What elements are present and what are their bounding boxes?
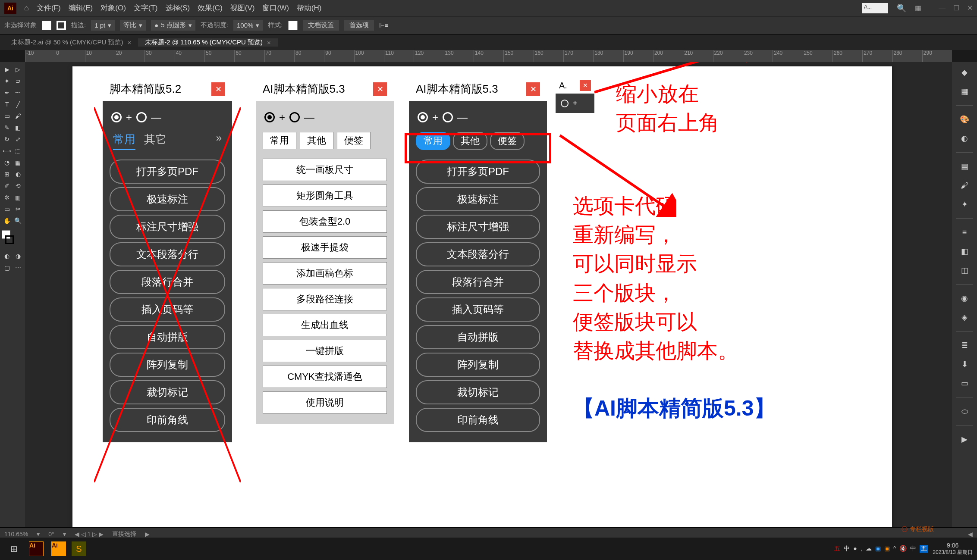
tab-other[interactable]: 其它 [144, 132, 166, 150]
chevron-down-icon[interactable]: ▾ [37, 531, 40, 538]
color-guide-icon[interactable]: ◐ [958, 131, 971, 145]
graph-tool[interactable]: ▥ [13, 192, 24, 203]
radio-selected-icon[interactable] [418, 112, 428, 122]
brush-dropdown[interactable]: ● 5 点圆形 ▾ [151, 20, 195, 31]
screen-mode[interactable]: ▢ [2, 262, 13, 273]
script-button[interactable]: 印前角线 [110, 408, 225, 432]
home-icon[interactable]: ⌂ [24, 3, 29, 13]
tray-icon[interactable]: ▣ [875, 545, 881, 553]
chevron-right-icon[interactable]: » [216, 132, 222, 150]
radio-icon[interactable] [561, 100, 569, 107]
magic-wand-tool[interactable]: ✦ [2, 75, 13, 87]
tab-other[interactable]: 其他 [300, 132, 333, 149]
color-mode[interactable]: ◐ [2, 250, 13, 262]
radio-selected-icon[interactable] [264, 112, 275, 122]
nav-arrow[interactable]: ▶ [145, 531, 150, 538]
panel-close-button[interactable]: ✕ [211, 82, 225, 96]
menu-effect[interactable]: 效果(C) [198, 3, 223, 13]
eyedropper-tool[interactable]: ✐ [2, 180, 13, 191]
minimize-icon[interactable]: — [939, 4, 946, 12]
symbols-icon[interactable]: ✦ [958, 197, 971, 211]
tray-icon[interactable]: 五 [834, 545, 840, 553]
width-tool[interactable]: ⟷ [2, 145, 13, 156]
preferences-button[interactable]: 首选项 [344, 20, 374, 31]
symbol-sprayer-tool[interactable]: ✲ [2, 192, 13, 203]
stroke-icon[interactable]: ≡ [958, 225, 971, 239]
tab-common[interactable]: 常用 [113, 132, 135, 150]
script-button[interactable]: 标注尺寸增强 [416, 215, 540, 239]
panel-close-button[interactable]: ✕ [373, 82, 387, 96]
lasso-tool[interactable]: ⊃ [13, 75, 24, 87]
libraries-icon[interactable]: ▦ [958, 84, 971, 98]
tab-other[interactable]: 其他 [453, 132, 487, 150]
script-button[interactable]: 统一画板尺寸 [263, 159, 387, 181]
ime-icon-2[interactable]: 五 [920, 545, 928, 553]
script-button[interactable]: CMYK查找潘通色 [263, 366, 387, 388]
rotate-tool[interactable]: ↻ [2, 134, 13, 145]
tray-chevron-icon[interactable]: ^ [893, 545, 896, 553]
script-button[interactable]: 包装盒型2.0 [263, 210, 387, 233]
tab-close-icon[interactable]: × [267, 39, 271, 46]
perspective-tool[interactable]: ▦ [13, 157, 24, 168]
arrange-icon[interactable]: ▦ [915, 4, 921, 12]
radio-icon[interactable] [443, 112, 453, 122]
taskbar-app-sublime[interactable]: S [72, 541, 86, 556]
fill-stroke-indicator[interactable] [2, 230, 23, 244]
draw-mode[interactable]: ◑ [13, 250, 24, 262]
script-button[interactable]: 极速手提袋 [263, 236, 387, 259]
script-button[interactable]: 生成出血线 [263, 314, 387, 336]
doc-tab-2[interactable]: 未标题-2 @ 110.65 % (CMYK/CPU 预览)× [138, 38, 278, 47]
script-button[interactable]: 阵列复制 [416, 353, 540, 377]
opacity-dropdown[interactable]: 100% ▾ [233, 20, 263, 31]
rectangle-tool[interactable]: ▭ [2, 110, 13, 122]
links-icon[interactable]: ⬭ [958, 404, 971, 418]
tab-notes[interactable]: 便签 [337, 132, 371, 149]
scroll-arrow[interactable]: ◀ [968, 531, 973, 538]
script-button[interactable]: 裁切标记 [416, 380, 540, 404]
blend-tool[interactable]: ⟲ [13, 180, 24, 191]
paintbrush-tool[interactable]: 🖌 [13, 110, 24, 122]
free-transform-tool[interactable]: ⬚ [13, 145, 24, 156]
ime-icon[interactable]: 中 [910, 545, 916, 553]
script-button[interactable]: 一键拼版 [263, 340, 387, 362]
layers-icon[interactable]: ≣ [958, 338, 971, 352]
script-button[interactable]: 插入页码等 [110, 297, 225, 322]
asset-export-icon[interactable]: ⬇ [958, 357, 971, 371]
radio-selected-icon[interactable] [111, 112, 122, 122]
brushes-icon[interactable]: 🖌 [958, 178, 971, 192]
script-button[interactable]: 使用说明 [263, 391, 387, 414]
properties-icon[interactable]: ◆ [958, 66, 971, 79]
tray-icon[interactable]: ● [853, 545, 857, 553]
panel-close-button[interactable]: ✕ [526, 82, 540, 96]
taskbar-app-ai-1[interactable]: Ai [27, 540, 46, 557]
script-button[interactable]: 打开多页PDF [110, 160, 225, 184]
zoom-level[interactable]: 110.65% [4, 531, 28, 538]
color-icon[interactable]: 🎨 [958, 113, 971, 126]
menu-view[interactable]: 视图(V) [230, 3, 255, 13]
script-button[interactable]: 裁切标记 [110, 380, 225, 404]
search-icon[interactable]: 🔍 [897, 3, 906, 13]
menu-file[interactable]: 文件(F) [37, 3, 61, 13]
radio-icon[interactable] [136, 112, 147, 122]
canvas[interactable]: 脚本精简版5.2 ✕ + — 常用 其它 » 打开多页PDF [25, 62, 952, 527]
scale-tool[interactable]: ⤢ [13, 134, 24, 145]
slice-tool[interactable]: ✂ [13, 203, 24, 215]
fill-swatch[interactable] [42, 21, 51, 30]
document-setup-button[interactable]: 文档设置 [303, 20, 339, 31]
appearance-icon[interactable]: ◉ [958, 291, 971, 305]
artboard-tool[interactable]: ▭ [2, 203, 13, 215]
script-button[interactable]: 段落行合并 [416, 270, 540, 294]
gradient-tool[interactable]: ◐ [13, 169, 24, 180]
script-button[interactable]: 自动拼版 [416, 325, 540, 349]
script-button[interactable]: 矩形圆角工具 [263, 185, 387, 207]
tab-notes[interactable]: 便签 [490, 132, 525, 150]
menu-object[interactable]: 对象(O) [101, 3, 126, 13]
transparency-icon[interactable]: ◫ [958, 263, 971, 277]
script-button[interactable]: 多段路径连接 [263, 288, 387, 310]
close-icon[interactable]: ✕ [967, 4, 973, 12]
zoom-tool[interactable]: 🔍 [13, 215, 24, 226]
script-button[interactable]: 极速标注 [416, 187, 540, 211]
stroke-swatch[interactable] [57, 21, 66, 30]
system-tray[interactable]: 五 中 ● , ☁ ▣ ▣ ^ 🔇 中 五 [834, 545, 928, 553]
rotate-value[interactable]: 0° [48, 531, 54, 538]
